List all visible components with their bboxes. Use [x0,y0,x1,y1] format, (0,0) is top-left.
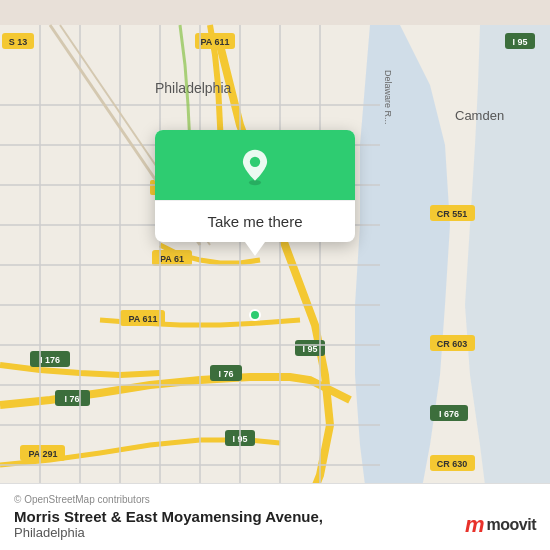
take-me-there-button[interactable]: Take me there [199,211,310,232]
svg-text:CR 630: CR 630 [437,459,468,469]
svg-text:PA 611: PA 611 [200,37,229,47]
svg-text:S 13: S 13 [9,37,28,47]
map-container: I 95 I 76 I 176 PA 611 PA 61 PA 611 PA 2… [0,0,550,550]
map-attribution: © OpenStreetMap contributors [14,494,536,505]
svg-text:PA 61: PA 61 [160,254,184,264]
svg-text:CR 551: CR 551 [437,209,468,219]
popup-tail [245,242,265,256]
svg-text:PA 611: PA 611 [128,314,157,324]
moovit-logo-m: m [465,512,484,538]
map-background: I 95 I 76 I 176 PA 611 PA 61 PA 611 PA 2… [0,0,550,550]
svg-point-59 [250,310,260,320]
svg-text:Philadelphia: Philadelphia [155,80,231,96]
svg-text:CR 603: CR 603 [437,339,468,349]
popup-bottom: Take me there [155,200,355,242]
location-city: Philadelphia [14,525,536,540]
svg-text:I 176: I 176 [40,355,60,365]
svg-text:Delaware R...: Delaware R... [383,70,393,125]
popup-card: Take me there [155,130,355,242]
svg-text:PA 291: PA 291 [28,449,57,459]
moovit-logo-text: moovit [487,516,536,534]
svg-text:I 95: I 95 [512,37,527,47]
moovit-logo: m moovit [465,512,536,538]
bottom-bar: © OpenStreetMap contributors Morris Stre… [0,483,550,550]
svg-text:I 76: I 76 [218,369,233,379]
svg-text:I 76: I 76 [64,394,79,404]
popup-top [155,130,355,200]
svg-text:I 676: I 676 [439,409,459,419]
svg-point-61 [250,157,260,167]
location-pin-icon [236,148,274,186]
svg-text:Camden: Camden [455,108,504,123]
location-name: Morris Street & East Moyamensing Avenue, [14,508,536,525]
